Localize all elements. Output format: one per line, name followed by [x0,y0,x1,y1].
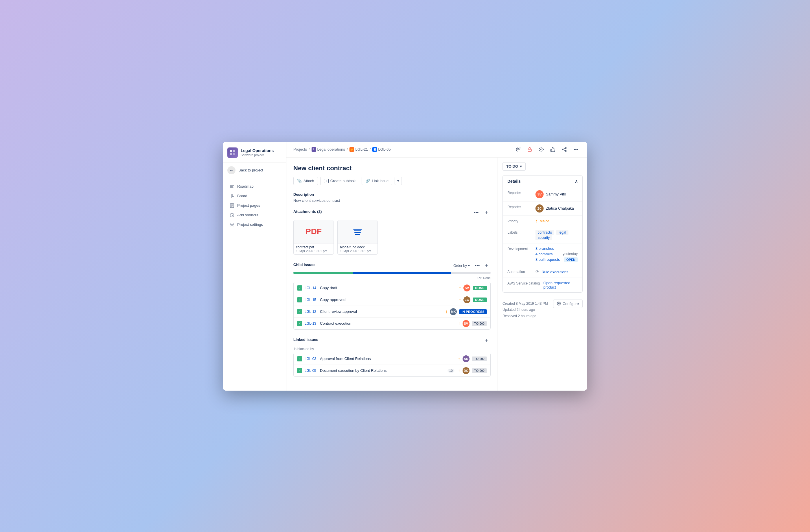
configure-label: Configure [563,302,579,306]
sidebar-item-board[interactable]: Board [225,192,284,201]
aws-value[interactable]: Open requested product [543,281,570,289]
svg-point-17 [558,303,560,304]
progress-label: 0% Done [293,276,491,280]
svg-rect-1 [233,150,235,152]
issue-key-lgl03[interactable]: LGL-03 [305,357,318,361]
avatar-lgl15: ZC [464,296,470,303]
child-issue-lgl12[interactable]: ✓ LGL-12 Client review approval ↑ MK IN … [294,306,490,318]
more-actions-dropdown[interactable]: ▾ [394,177,402,185]
label-legal[interactable]: legal [556,230,568,235]
linked-issues-header: Linked issues + [293,336,491,345]
board-icon [230,194,234,198]
child-issues-add-button[interactable]: + [483,262,491,270]
attachment-doc[interactable]: alpha-fund.docx 10 Apr 2020 10:01 pm [337,220,378,255]
svg-rect-2 [230,153,232,155]
eye-button[interactable] [537,145,546,154]
priority-icon-lgl05: ↑ [458,368,460,373]
detail-aws: AWS Service catalog Open requested produ… [503,278,582,292]
avatar-lgl12: MK [450,308,457,315]
details-collapse-icon: ∧ [575,179,578,184]
issue-key-lgl13[interactable]: LGL-13 [305,321,318,326]
app-logo-icon [227,148,238,158]
breadcrumb: Projects / L Legal operations / ⚡ LGL-21… [293,147,391,152]
reporter1-name: Sammy Vito [546,192,566,196]
settings-label: Project settings [237,222,263,227]
label-security[interactable]: security [535,235,552,240]
breadcrumb-lgl65[interactable]: ▣ LGL-65 [372,147,391,152]
breadcrumb-projects[interactable]: Projects [293,147,307,151]
lock-button[interactable] [525,145,534,154]
subtask-label: Create subtask [330,179,356,183]
attachment-pdf[interactable]: PDF contract.pdf 10 Apr 2020 10:01 pm [293,220,334,255]
link-issue-button[interactable]: 🔗 Link issue [361,177,392,185]
details-header[interactable]: Details ∧ [503,176,582,187]
order-by-button[interactable]: Order by ▾ [451,263,472,269]
commits-link[interactable]: 4 commits [535,252,553,256]
svg-point-8 [231,224,233,225]
more-icon [573,147,579,152]
branches-link[interactable]: 3 branches [535,246,554,251]
topbar: Projects / L Legal operations / ⚡ LGL-21… [287,142,587,157]
attachments-add-button[interactable]: + [483,209,491,217]
avatar-lgl03: AR [463,355,470,362]
issue-type-icon: ✓ [297,285,302,290]
linked-issue-lgl03[interactable]: ✓ LGL-03 Approval from Client Relations … [294,353,490,365]
back-to-project[interactable]: ← Back to project [223,163,286,178]
attach-button[interactable]: 📎 Attach [293,177,318,185]
roadmap-icon [230,184,234,189]
sidebar-item-shortcut[interactable]: Add shortcut [225,211,284,220]
issue-main: New client contract 📎 Attach + Create su… [287,157,498,390]
sidebar-nav: Roadmap Board Project pages [223,178,286,390]
attachment-doc-date: 10 Apr 2020 10:01 pm [340,249,375,253]
svg-point-10 [541,149,542,150]
thumbsup-button[interactable] [549,145,557,154]
updated-text: Updated 2 hours ago [502,307,548,313]
topbar-actions [514,145,580,154]
shortcut-label: Add shortcut [237,213,258,217]
attach-label: Attach [304,179,314,183]
more-button[interactable] [572,145,580,154]
reporter2-value: ZC Zlatica Chalpuka [535,204,578,213]
child-issue-lgl15[interactable]: ✓ LGL-15 Copy approved ↑ ZC DONE [294,294,490,306]
issue-key-lgl15[interactable]: LGL-15 [305,298,318,302]
project-sub: Software project [241,153,274,157]
priority-label: Priority [507,219,532,223]
doc-icon [353,229,362,235]
linked-issue-lgl05[interactable]: ✓ LGL-05 Document execution by Client Re… [294,365,490,377]
attachments-actions: ••• + [472,209,491,217]
blocked-by-label: is blocked by [293,347,491,351]
issue-key-lgl12[interactable]: LGL-12 [305,310,318,314]
svg-point-14 [574,149,575,149]
configure-button[interactable]: Configure [553,300,583,308]
megaphone-button[interactable] [514,145,522,154]
child-issue-lgl13[interactable]: ✓ LGL-13 Contract execution ↑ SV TO DO [294,318,490,329]
create-subtask-button[interactable]: + Create subtask [320,177,359,185]
detail-reporter2: Reporter ZC Zlatica Chalpuka [503,201,582,216]
reporter2-avatar: ZC [535,204,544,213]
created-text: Created 8 May 2019 1:43 PM [502,301,548,307]
attachments-more-button[interactable]: ••• [472,209,480,217]
issue-key-lgl14[interactable]: LGL-14 [305,286,318,290]
sidebar-item-pages[interactable]: Project pages [225,201,284,210]
pull-requests-link[interactable]: 3 pull requests [535,257,560,262]
sidebar-item-settings[interactable]: Project settings [225,220,284,229]
child-issue-lgl14[interactable]: ✓ LGL-14 Copy draft ↑ SV DONE [294,282,490,294]
automation-value[interactable]: Rule executions [541,270,568,274]
linked-issues-add-button[interactable]: + [483,336,491,345]
status-dropdown[interactable]: TO DO ▾ [502,162,525,171]
share-button[interactable] [560,145,569,154]
subtask-icon: + [324,179,329,183]
resolved-text: Resolved 2 hours ago [502,313,548,319]
priority-arrow-icon: ↑ [535,219,538,224]
svg-rect-4 [230,194,232,198]
child-issues-more-button[interactable]: ••• [473,262,481,270]
status-lgl05: TO DO [472,368,487,373]
breadcrumb-legal-ops[interactable]: L Legal operations [311,147,345,152]
description-text: New client services contract [293,198,491,203]
breadcrumb-lgl21[interactable]: ⚡ LGL-21 [350,147,368,152]
project-name: Legal Operations [241,148,274,153]
sidebar-item-roadmap[interactable]: Roadmap [225,182,284,191]
label-contracts[interactable]: contracts [535,230,554,235]
issue-key-lgl05[interactable]: LGL-05 [305,369,318,373]
detail-labels: Labels contracts legal security [503,227,582,244]
